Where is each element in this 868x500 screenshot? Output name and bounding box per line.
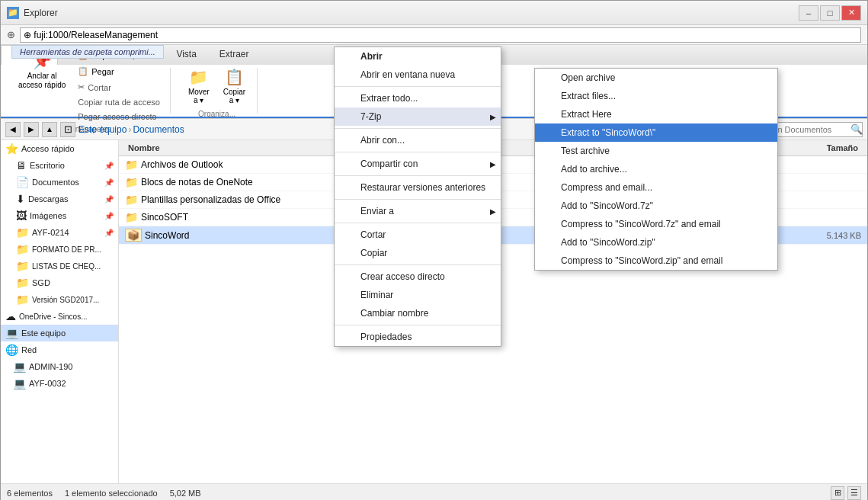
copiar-ruta-button[interactable]: Copiar ruta de acceso — [74, 95, 164, 109]
up-button[interactable]: ▲ — [42, 122, 57, 137]
sidebar-item-admin190[interactable]: 💻 ADMIN-190 — [1, 358, 118, 375]
sidebar-item-versionsgd[interactable]: 📁 Versión SGD2017... — [1, 291, 118, 308]
copiar-a-button[interactable]: 📋 Copiara ▾ — [218, 64, 251, 108]
address-bar: ⊕ — [1, 25, 867, 45]
move-icon: 📁 — [190, 68, 208, 86]
ctx-extract-to-sincoword[interactable]: Extract to "SincoWord\" — [535, 123, 777, 142]
documents-icon: 📄 — [16, 176, 29, 188]
forward-button[interactable]: ▶ — [24, 122, 39, 137]
ctx-add-to-archive[interactable]: Add to archive... — [535, 160, 777, 178]
submenu-arrow: ▶ — [490, 113, 496, 121]
address-icon: ⊕ — [7, 29, 15, 40]
paste-icon: 📋 — [78, 66, 88, 76]
send-arrow: ▶ — [490, 207, 496, 216]
window-controls: – □ ✕ — [799, 5, 861, 21]
server-icon-2: 💻 — [13, 377, 26, 389]
pegar-acceso-button[interactable]: Pegar acceso directo — [74, 110, 164, 123]
folder-icon-2: 📁 — [16, 243, 29, 255]
status-count: 6 elementos — [7, 489, 53, 498]
cortar-button[interactable]: ✂ Cortar — [74, 80, 164, 95]
folder-icon: 📁 — [16, 226, 29, 239]
list-view-button[interactable]: ⊞ — [831, 486, 844, 500]
window-title: Explorer — [24, 8, 799, 18]
title-bar: 📁 Explorer – □ ✕ — [1, 1, 867, 25]
ctx-crear-acceso[interactable]: Crear acceso directo — [335, 268, 501, 286]
context-menu-7zip: Open archive Extract files... Extract He… — [534, 68, 778, 271]
ctx-test-archive[interactable]: Test archive — [535, 142, 777, 160]
ctx-abrir-ventana[interactable]: Abrir en ventana nueva — [335, 66, 501, 84]
ctx-propiedades[interactable]: Propiedades — [335, 328, 501, 346]
star-icon: ⭐ — [5, 143, 18, 155]
sidebar: ⭐ Acceso rápido 🖥 Escritorio 📌 📄 Documen… — [1, 140, 119, 483]
ctx-divider — [335, 128, 501, 129]
ctx-compress-zip-email[interactable]: Compress to "SincoWord.zip" and email — [535, 252, 777, 270]
mover-button[interactable]: 📁 Movera ▾ — [183, 64, 215, 108]
maximize-button[interactable]: □ — [820, 5, 840, 21]
sidebar-item-red[interactable]: 🌐 Red — [1, 341, 118, 358]
sidebar-item-imagenes[interactable]: 🖼 Imágenes 📌 — [1, 207, 118, 224]
ctx-divider — [335, 152, 501, 152]
sidebar-item-descargas[interactable]: ⬇ Descargas 📌 — [1, 191, 118, 207]
address-input[interactable] — [20, 27, 861, 43]
ctx-cortar[interactable]: Cortar — [335, 226, 501, 244]
cut-icon: ✂ — [78, 82, 85, 92]
ctx-extract-here[interactable]: Extract Here — [535, 105, 777, 123]
sidebar-item-ayf0032[interactable]: 💻 AYF-0032 — [1, 375, 118, 392]
ctx-abrir-con[interactable]: Abrir con... — [335, 131, 501, 149]
computer-icon: 💻 — [5, 327, 18, 339]
refresh-button[interactable]: ⊡ — [60, 122, 75, 137]
desktop-icon: 🖥 — [16, 159, 27, 171]
ctx-7zip[interactable]: 7-Zip ▶ — [335, 107, 501, 126]
sidebar-item-escritorio[interactable]: 🖥 Escritorio 📌 — [1, 157, 118, 174]
folder-icon: 📁 — [125, 194, 138, 206]
folder-icon: 📁 — [125, 159, 138, 171]
folder-icon-5: 📁 — [16, 293, 29, 306]
sidebar-item-onedrive[interactable]: ☁ OneDrive - Sincos... — [1, 308, 118, 325]
ctx-cambiar-nombre[interactable]: Cambiar nombre — [335, 304, 501, 322]
ribbon-section-organizar: 📁 Movera ▾ 📋 Copiara ▾ Organiza... — [177, 68, 258, 114]
folder-icon: 📁 — [125, 211, 138, 223]
folder-tools-banner: Herramientas de carpeta comprimi... — [11, 45, 164, 59]
sidebar-item-listas[interactable]: 📁 LISTAS DE CHEQ... — [1, 258, 118, 274]
network-icon: 🌐 — [5, 344, 18, 356]
ctx-compress-email[interactable]: Compress and email... — [535, 178, 777, 197]
ctx-extract-files[interactable]: Extract files... — [535, 87, 777, 105]
detail-view-button[interactable]: ☰ — [847, 486, 861, 500]
sidebar-item-acceso-rapido[interactable]: ⭐ Acceso rápido — [1, 140, 118, 157]
server-icon: 💻 — [13, 361, 26, 373]
share-arrow: ▶ — [490, 160, 496, 168]
sidebar-item-formato[interactable]: 📁 FORMATO DE PR... — [1, 241, 118, 258]
sidebar-item-ayf0214[interactable]: 📁 AYF-0214 📌 — [1, 224, 118, 241]
breadcrumb-documentos[interactable]: Documentos — [133, 124, 184, 135]
ctx-add-to-7z[interactable]: Add to "SincoWord.7z" — [535, 197, 777, 215]
ctx-divider — [335, 175, 501, 176]
breadcrumb-este-equipo[interactable]: Este equipo — [78, 124, 127, 135]
sidebar-item-sgd[interactable]: 📁 SGD — [1, 274, 118, 291]
ctx-compartir-con[interactable]: Compartir con ▶ — [335, 155, 501, 173]
ctx-extraer-todo[interactable]: Extraer todo... — [335, 89, 501, 107]
sidebar-item-este-equipo[interactable]: 💻 Este equipo — [1, 325, 118, 341]
ctx-divider — [335, 199, 501, 200]
ctx-divider — [335, 86, 501, 87]
copy-to-icon: 📋 — [225, 68, 243, 86]
back-button[interactable]: ◀ — [5, 122, 21, 137]
context-menu-main: Abrir Abrir en ventana nueva Extraer tod… — [334, 46, 501, 347]
ctx-divider — [335, 264, 501, 265]
minimize-button[interactable]: – — [799, 5, 818, 21]
pegar-button[interactable]: 📋 Pegar — [74, 64, 164, 79]
ctx-enviar-a[interactable]: Enviar a ▶ — [335, 202, 501, 220]
close-button[interactable]: ✕ — [841, 5, 861, 21]
tab-vista[interactable]: Vista — [165, 45, 207, 65]
ctx-copiar[interactable]: Copiar — [335, 244, 501, 262]
ctx-abrir[interactable]: Abrir — [335, 47, 501, 66]
ribbon-section-portapapeles: 📌 Anclar alacceso rápido 📋 Copiar 📋 Pega… — [7, 68, 171, 114]
window-icon: 📁 — [7, 7, 19, 19]
sidebar-item-documentos[interactable]: 📄 Documentos 📌 — [1, 174, 118, 191]
tab-extraer[interactable]: Extraer — [208, 45, 261, 65]
ctx-open-archive[interactable]: Open archive — [535, 69, 777, 87]
ctx-compress-7z-email[interactable]: Compress to "SincoWord.7z" and email — [535, 215, 777, 233]
ctx-divider — [335, 223, 501, 223]
ctx-add-to-zip[interactable]: Add to "SincoWord.zip" — [535, 233, 777, 252]
ctx-eliminar[interactable]: Eliminar — [335, 286, 501, 304]
ctx-restaurar[interactable]: Restaurar versiones anteriores — [335, 178, 501, 197]
